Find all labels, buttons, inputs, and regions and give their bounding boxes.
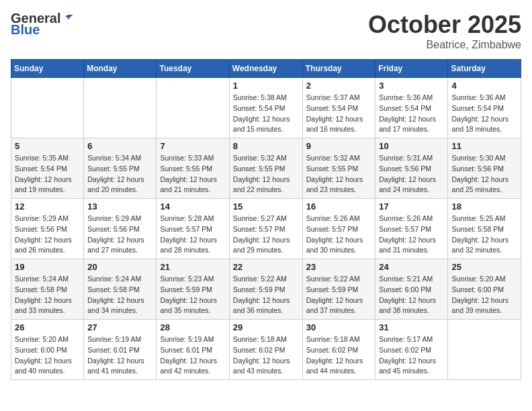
calendar-cell: 18Sunrise: 5:25 AM Sunset: 5:58 PM Dayli… — [448, 199, 521, 259]
day-number: 9 — [306, 141, 372, 151]
calendar-cell: 2Sunrise: 5:37 AM Sunset: 5:54 PM Daylig… — [302, 78, 375, 138]
day-number: 20 — [87, 262, 152, 272]
title-block: October 2025 Beatrice, Zimbabwe — [368, 11, 521, 51]
calendar-cell: 25Sunrise: 5:20 AM Sunset: 6:00 PM Dayli… — [448, 259, 521, 320]
day-info: Sunrise: 5:20 AM Sunset: 6:00 PM Dayligh… — [15, 334, 80, 377]
calendar-week-row: 12Sunrise: 5:29 AM Sunset: 5:56 PM Dayli… — [11, 199, 521, 259]
day-number: 18 — [451, 201, 517, 212]
day-info: Sunrise: 5:37 AM Sunset: 5:54 PM Dayligh… — [306, 93, 372, 135]
calendar-week-row: 26Sunrise: 5:20 AM Sunset: 6:00 PM Dayli… — [11, 320, 521, 380]
weekday-header-tuesday: Tuesday — [157, 60, 229, 78]
calendar-cell: 4Sunrise: 5:36 AM Sunset: 5:54 PM Daylig… — [448, 78, 521, 138]
calendar-cell: 17Sunrise: 5:26 AM Sunset: 5:57 PM Dayli… — [375, 199, 448, 259]
day-number: 31 — [379, 322, 444, 332]
location: Beatrice, Zimbabwe — [368, 39, 521, 51]
calendar-cell — [84, 78, 157, 138]
day-number: 5 — [15, 141, 80, 151]
day-info: Sunrise: 5:32 AM Sunset: 5:55 PM Dayligh… — [306, 153, 372, 195]
day-info: Sunrise: 5:29 AM Sunset: 5:56 PM Dayligh… — [87, 214, 152, 256]
calendar-cell — [11, 78, 84, 138]
calendar-cell: 6Sunrise: 5:34 AM Sunset: 5:55 PM Daylig… — [84, 138, 157, 199]
calendar-cell: 8Sunrise: 5:32 AM Sunset: 5:55 PM Daylig… — [229, 138, 302, 199]
day-number: 28 — [160, 322, 225, 332]
calendar-cell — [448, 320, 521, 380]
day-info: Sunrise: 5:38 AM Sunset: 5:54 PM Dayligh… — [233, 93, 299, 135]
weekday-header-monday: Monday — [84, 60, 157, 78]
day-info: Sunrise: 5:22 AM Sunset: 5:59 PM Dayligh… — [306, 274, 372, 316]
day-info: Sunrise: 5:36 AM Sunset: 5:54 PM Dayligh… — [379, 93, 444, 135]
day-number: 23 — [306, 262, 372, 272]
day-number: 19 — [15, 262, 80, 272]
day-info: Sunrise: 5:31 AM Sunset: 5:56 PM Dayligh… — [379, 153, 444, 195]
day-number: 16 — [306, 201, 372, 212]
day-number: 17 — [379, 201, 444, 212]
calendar-cell — [157, 78, 229, 138]
day-info: Sunrise: 5:36 AM Sunset: 5:54 PM Dayligh… — [451, 93, 517, 135]
calendar-cell: 14Sunrise: 5:28 AM Sunset: 5:57 PM Dayli… — [157, 199, 229, 259]
day-info: Sunrise: 5:25 AM Sunset: 5:58 PM Dayligh… — [451, 214, 517, 256]
day-number: 25 — [451, 262, 517, 272]
calendar-cell: 21Sunrise: 5:23 AM Sunset: 5:59 PM Dayli… — [157, 259, 229, 320]
day-info: Sunrise: 5:20 AM Sunset: 6:00 PM Dayligh… — [451, 274, 517, 316]
day-info: Sunrise: 5:17 AM Sunset: 6:02 PM Dayligh… — [379, 334, 444, 377]
day-info: Sunrise: 5:18 AM Sunset: 6:02 PM Dayligh… — [233, 334, 299, 377]
calendar-cell: 26Sunrise: 5:20 AM Sunset: 6:00 PM Dayli… — [11, 320, 84, 380]
day-number: 1 — [233, 81, 299, 91]
day-number: 26 — [15, 322, 80, 332]
calendar-week-row: 19Sunrise: 5:24 AM Sunset: 5:58 PM Dayli… — [11, 259, 521, 320]
calendar-cell: 15Sunrise: 5:27 AM Sunset: 5:57 PM Dayli… — [229, 199, 302, 259]
calendar-cell: 20Sunrise: 5:24 AM Sunset: 5:58 PM Dayli… — [84, 259, 157, 320]
day-number: 6 — [87, 141, 152, 151]
day-number: 12 — [15, 201, 80, 212]
page-header: General Blue October 2025 Beatrice, Zimb… — [11, 11, 521, 51]
day-number: 2 — [306, 81, 372, 91]
day-number: 8 — [233, 141, 299, 151]
day-number: 29 — [233, 322, 299, 332]
day-number: 3 — [379, 81, 444, 91]
calendar-cell: 30Sunrise: 5:18 AM Sunset: 6:02 PM Dayli… — [302, 320, 375, 380]
day-info: Sunrise: 5:28 AM Sunset: 5:57 PM Dayligh… — [160, 214, 225, 256]
day-info: Sunrise: 5:19 AM Sunset: 6:01 PM Dayligh… — [160, 334, 225, 377]
day-info: Sunrise: 5:35 AM Sunset: 5:54 PM Dayligh… — [15, 153, 80, 195]
day-number: 7 — [160, 141, 225, 151]
day-info: Sunrise: 5:33 AM Sunset: 5:55 PM Dayligh… — [160, 153, 225, 195]
logo-blue-text: Blue — [11, 22, 40, 37]
day-info: Sunrise: 5:26 AM Sunset: 5:57 PM Dayligh… — [306, 214, 372, 256]
day-number: 24 — [379, 262, 444, 272]
month-title: October 2025 — [368, 11, 521, 39]
calendar-cell: 22Sunrise: 5:22 AM Sunset: 5:59 PM Dayli… — [229, 259, 302, 320]
day-info: Sunrise: 5:21 AM Sunset: 6:00 PM Dayligh… — [379, 274, 444, 316]
calendar-cell: 31Sunrise: 5:17 AM Sunset: 6:02 PM Dayli… — [375, 320, 448, 380]
weekday-header-row: SundayMondayTuesdayWednesdayThursdayFrid… — [11, 60, 521, 78]
day-number: 21 — [160, 262, 225, 272]
day-info: Sunrise: 5:24 AM Sunset: 5:58 PM Dayligh… — [87, 274, 152, 316]
calendar-cell: 13Sunrise: 5:29 AM Sunset: 5:56 PM Dayli… — [84, 199, 157, 259]
day-number: 14 — [160, 201, 225, 212]
weekday-header-sunday: Sunday — [11, 60, 84, 78]
calendar-cell: 11Sunrise: 5:30 AM Sunset: 5:56 PM Dayli… — [448, 138, 521, 199]
day-info: Sunrise: 5:30 AM Sunset: 5:56 PM Dayligh… — [451, 153, 517, 195]
weekday-header-wednesday: Wednesday — [229, 60, 302, 78]
day-info: Sunrise: 5:24 AM Sunset: 5:58 PM Dayligh… — [15, 274, 80, 316]
calendar-cell: 23Sunrise: 5:22 AM Sunset: 5:59 PM Dayli… — [302, 259, 375, 320]
calendar-cell: 12Sunrise: 5:29 AM Sunset: 5:56 PM Dayli… — [11, 199, 84, 259]
calendar-table: SundayMondayTuesdayWednesdayThursdayFrid… — [11, 59, 521, 380]
day-info: Sunrise: 5:34 AM Sunset: 5:55 PM Dayligh… — [87, 153, 152, 195]
calendar-cell: 27Sunrise: 5:19 AM Sunset: 6:01 PM Dayli… — [84, 320, 157, 380]
calendar-cell: 24Sunrise: 5:21 AM Sunset: 6:00 PM Dayli… — [375, 259, 448, 320]
day-info: Sunrise: 5:32 AM Sunset: 5:55 PM Dayligh… — [233, 153, 299, 195]
day-info: Sunrise: 5:27 AM Sunset: 5:57 PM Dayligh… — [233, 214, 299, 256]
day-number: 4 — [451, 81, 517, 91]
calendar-cell: 7Sunrise: 5:33 AM Sunset: 5:55 PM Daylig… — [157, 138, 229, 199]
day-number: 11 — [451, 141, 517, 151]
calendar-cell: 5Sunrise: 5:35 AM Sunset: 5:54 PM Daylig… — [11, 138, 84, 199]
calendar-cell: 9Sunrise: 5:32 AM Sunset: 5:55 PM Daylig… — [302, 138, 375, 199]
day-number: 22 — [233, 262, 299, 272]
calendar-week-row: 5Sunrise: 5:35 AM Sunset: 5:54 PM Daylig… — [11, 138, 521, 199]
calendar-cell: 29Sunrise: 5:18 AM Sunset: 6:02 PM Dayli… — [229, 320, 302, 380]
calendar-cell: 3Sunrise: 5:36 AM Sunset: 5:54 PM Daylig… — [375, 78, 448, 138]
day-info: Sunrise: 5:26 AM Sunset: 5:57 PM Dayligh… — [379, 214, 444, 256]
day-number: 30 — [306, 322, 372, 332]
day-info: Sunrise: 5:19 AM Sunset: 6:01 PM Dayligh… — [87, 334, 152, 377]
calendar-cell: 28Sunrise: 5:19 AM Sunset: 6:01 PM Dayli… — [157, 320, 229, 380]
